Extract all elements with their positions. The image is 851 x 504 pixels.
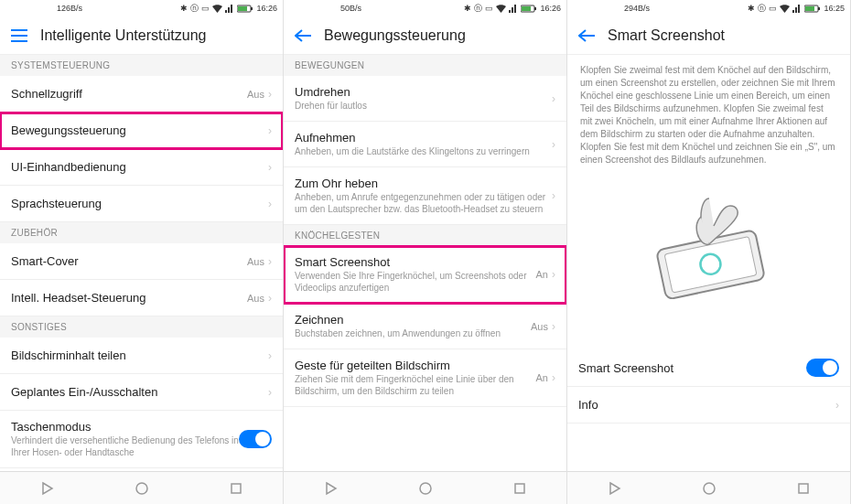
wifi-icon [212,5,222,13]
chevron-right-icon: › [268,161,272,174]
network-speed: 294B/s [624,4,650,13]
nav-back-icon[interactable] [608,481,622,496]
row-info[interactable]: Info› [567,387,850,424]
row-headset[interactable]: Intell. Headset-SteuerungAus› [0,280,283,316]
section-header: ZUBEHÖR [0,222,283,243]
toggle-switch[interactable] [239,430,272,448]
nav-back-icon[interactable] [324,481,339,496]
row-value: Aus [247,256,264,267]
wifi-icon [780,5,790,13]
menu-icon[interactable] [11,29,27,42]
row-value: An [536,372,548,383]
chevron-right-icon: › [268,292,272,305]
status-bar: 50B/s ✱ⓝ▭ 16:26 [284,0,566,16]
row-title: UI-Einhandbedienung [11,160,268,174]
row-title: Smart Screenshot [578,361,806,375]
row-geplantes[interactable]: Geplantes Ein-/Ausschalten› [0,374,283,411]
row-value: Aus [531,321,548,332]
svg-rect-11 [818,7,820,10]
row-aufnehmen[interactable]: AufnehmenAnheben, um die Lautstärke des … [284,122,566,167]
toggle-switch[interactable] [806,359,839,377]
svg-rect-4 [232,484,241,493]
wifi-icon [496,5,506,13]
row-subtitle: Drehen für lautlos [295,100,552,112]
row-title: Zeichnen [295,313,531,327]
signal-icon [792,5,802,13]
content: SYSTEMSTEUERUNG SchnellzugriffAus› Beweg… [0,55,283,504]
nav-recent-icon[interactable] [229,481,243,496]
illustration [567,176,850,313]
row-bewegungssteuerung[interactable]: Bewegungssteuerung› [0,113,283,149]
nav-home-icon[interactable] [135,481,149,496]
chevron-right-icon: › [552,320,555,333]
back-icon[interactable] [295,29,311,42]
row-subtitle: Anheben, um Anrufe entgegenzunehmen oder… [295,191,552,215]
row-sprachsteuerung[interactable]: Sprachsteuerung› [0,186,283,222]
row-umdrehen[interactable]: UmdrehenDrehen für lautlos› [284,76,566,122]
chevron-right-icon: › [268,255,272,268]
row-zum-ohr[interactable]: Zum Ohr hebenAnheben, um Anrufe entgegen… [284,167,566,225]
row-smart-screenshot[interactable]: Smart ScreenshotVerwenden Sie Ihre Finge… [284,246,566,304]
nav-recent-icon[interactable] [796,481,811,496]
status-bar: 294B/s ✱ⓝ▭ 16:25 [567,0,850,16]
back-icon[interactable] [578,29,595,42]
chevron-right-icon: › [268,88,272,101]
row-title: Geste für geteilten Bildschirm [295,359,536,372]
svg-point-3 [136,483,147,494]
row-title: Smart Screenshot [295,255,536,269]
row-schnellzugriff[interactable]: SchnellzugriffAus› [0,76,283,113]
nav-bar [0,471,283,504]
nav-home-icon[interactable] [702,481,716,496]
clock: 16:26 [256,4,277,13]
chevron-right-icon: › [552,138,555,151]
svg-rect-6 [534,7,536,10]
svg-point-8 [420,483,431,494]
network-speed: 50B/s [340,4,361,13]
svg-rect-7 [522,6,531,11]
section-header: BEWEGUNGEN [284,55,566,76]
battery-icon [804,5,821,13]
svg-rect-17 [799,484,808,493]
section-header: SYSTEMSTEUERUNG [0,55,283,76]
nfc-icon: ⓝ [474,3,482,15]
screen-3: 294B/s ✱ⓝ▭ 16:25 Smart Screenshot Klopfe… [567,0,851,504]
screen-2: 50B/s ✱ⓝ▭ 16:26 Bewegungssteuerung BEWEG… [284,0,567,504]
row-title: Info [578,398,835,412]
vibrate-icon: ▭ [201,4,210,13]
row-title: Sprachsteuerung [11,197,268,210]
row-geteilter-bildschirm[interactable]: Geste für geteilten BildschirmZiehen Sie… [284,349,566,407]
row-bildschirm-teilen[interactable]: Bildschirminhalt teilen› [0,338,283,374]
chevron-right-icon: › [552,189,555,202]
row-subtitle: Verwenden Sie Ihre Fingerknöchel, um Scr… [295,270,536,294]
row-zeichnen[interactable]: ZeichnenBuchstaben zeichnen, um Anwendun… [284,304,566,349]
nav-back-icon[interactable] [40,481,55,496]
battery-icon [237,5,253,13]
svg-rect-9 [515,484,524,493]
nav-home-icon[interactable] [418,481,433,496]
row-subtitle: Buchstaben zeichnen, um Anwendungen zu ö… [295,327,531,339]
nav-recent-icon[interactable] [512,481,527,496]
svg-rect-2 [238,6,247,11]
row-ui-einhand[interactable]: UI-Einhandbedienung› [0,149,283,186]
clock: 16:25 [824,4,845,13]
row-taschenmodus[interactable]: TaschenmodusVerhindert die versehentlich… [0,411,283,468]
bluetooth-icon: ✱ [464,4,471,13]
row-title: Bildschirminhalt teilen [11,349,268,362]
row-title: Schnellzugriff [11,87,247,101]
chevron-right-icon: › [268,386,272,399]
row-title: Aufnehmen [295,131,552,145]
content: Klopfen Sie zweimal fest mit dem Knöchel… [567,55,850,504]
row-smart-screenshot-toggle[interactable]: Smart Screenshot [567,349,850,387]
svg-rect-1 [251,7,253,10]
nfc-icon: ⓝ [758,3,766,15]
row-subtitle: Anheben, um die Lautstärke des Klingelto… [295,145,552,157]
section-header: KNÖCHELGESTEN [284,225,566,246]
row-smart-cover[interactable]: Smart-CoverAus› [0,243,283,280]
network-speed: 126B/s [57,4,82,13]
chevron-right-icon: › [268,198,272,210]
row-value: Aus [247,293,264,304]
clock: 16:26 [540,4,561,13]
row-title: Intell. Headset-Steuerung [11,291,247,305]
row-title: Bewegungssteuerung [11,123,268,137]
bluetooth-icon: ✱ [748,4,755,13]
